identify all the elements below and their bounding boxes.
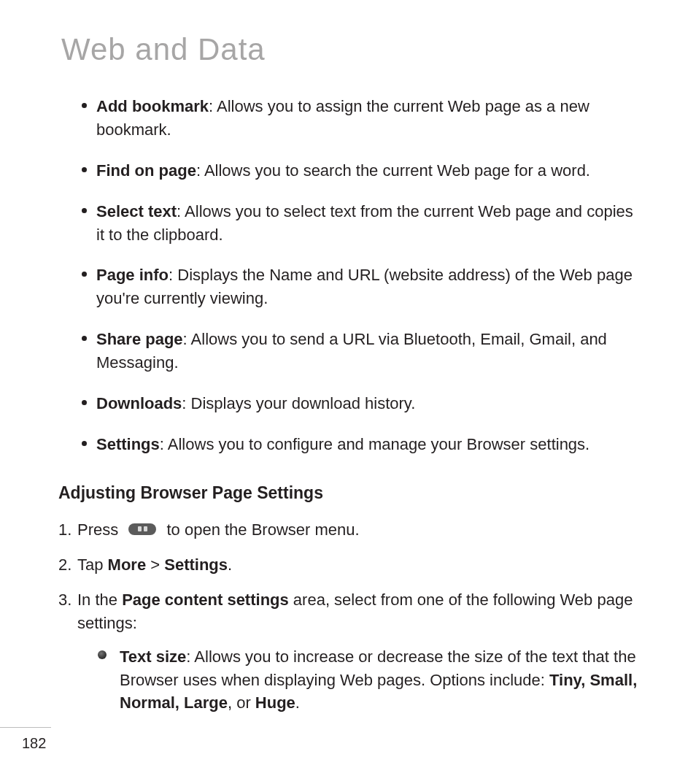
list-item: Page info: Displays the Name and URL (we… xyxy=(82,264,638,310)
list-item: Settings: Allows you to configure and ma… xyxy=(82,433,638,456)
item-text: : Displays your download history. xyxy=(182,394,415,412)
step-text: to open the Browser menu. xyxy=(166,520,359,539)
item-text: . xyxy=(295,693,300,712)
bold-text: Page content settings xyxy=(122,591,289,609)
item-text: : Allows you to configure and manage you… xyxy=(160,435,589,453)
item-label: Find on page xyxy=(96,161,196,180)
footer-rule xyxy=(0,727,51,728)
item-text: : Allows you to search the current Web p… xyxy=(196,161,590,180)
item-text: , or xyxy=(228,693,255,712)
step-item: In the Page content settings area, selec… xyxy=(58,588,638,715)
sub-list-item: Text size: Allows you to increase or dec… xyxy=(98,645,638,715)
step-text: Press xyxy=(77,520,123,539)
page-number: 182 xyxy=(22,735,696,752)
step-text: In the xyxy=(77,591,122,609)
bold-text: More xyxy=(108,556,147,574)
step-item: Tap More > Settings. xyxy=(58,553,638,577)
item-label: Settings xyxy=(96,435,160,453)
bold-text: Huge xyxy=(255,693,295,712)
menu-key-icon xyxy=(128,523,156,535)
steps-list: Press to open the Browser menu. Tap More… xyxy=(58,518,638,715)
page-title: Web and Data xyxy=(61,32,638,67)
step-text: > xyxy=(146,556,164,574)
bold-text: Settings xyxy=(164,556,228,574)
item-label: Share page xyxy=(96,330,183,348)
list-item: Add bookmark: Allows you to assign the c… xyxy=(82,95,638,142)
content-area: Add bookmark: Allows you to assign the c… xyxy=(58,95,638,715)
item-text: : Allows you to select text from the cur… xyxy=(96,202,633,244)
list-item: Find on page: Allows you to search the c… xyxy=(82,159,638,182)
document-page: Web and Data Add bookmark: Allows you to… xyxy=(0,0,696,784)
section-heading: Adjusting Browser Page Settings xyxy=(58,481,638,505)
step-item: Press to open the Browser menu. xyxy=(58,518,638,542)
item-label: Downloads xyxy=(96,394,182,412)
list-item: Downloads: Displays your download histor… xyxy=(82,392,638,415)
step-text: . xyxy=(228,556,232,574)
item-label: Add bookmark xyxy=(96,97,209,115)
item-label: Text size xyxy=(120,647,186,666)
list-item: Select text: Allows you to select text f… xyxy=(82,200,638,247)
list-item: Share page: Allows you to send a URL via… xyxy=(82,328,638,374)
step-text: Tap xyxy=(77,556,108,574)
item-label: Select text xyxy=(96,202,177,220)
item-text: : Displays the Name and URL (website add… xyxy=(96,266,633,307)
feature-list: Add bookmark: Allows you to assign the c… xyxy=(82,95,638,456)
page-footer: 182 xyxy=(0,727,696,752)
sub-list: Text size: Allows you to increase or dec… xyxy=(98,645,638,715)
item-label: Page info xyxy=(96,266,169,284)
